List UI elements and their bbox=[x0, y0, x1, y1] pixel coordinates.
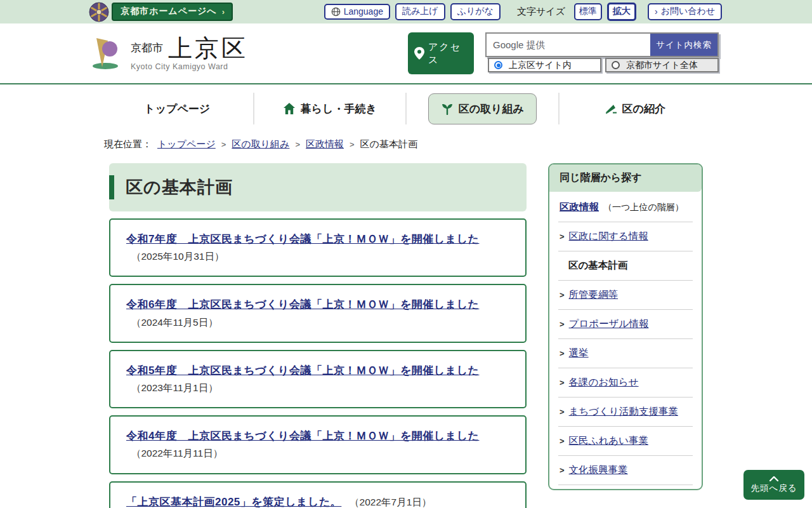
sidebar-item-link[interactable]: 所管要綱等 bbox=[569, 288, 619, 302]
search-scope-city-option[interactable]: 京都市サイト全体 bbox=[605, 58, 719, 72]
article-link[interactable]: 令和5年度 上京区民まちづくり会議「上京！ＭＯＷ」を開催しました bbox=[126, 364, 479, 377]
furigana-button-label: ふりがな bbox=[457, 6, 494, 17]
search-scope-ward-option[interactable]: 上京区サイト内 bbox=[488, 58, 601, 72]
article-date: （2024年11月5日） bbox=[131, 317, 218, 328]
sidebar-item: > 選挙 bbox=[558, 339, 693, 368]
kyoto-city-emblem-icon bbox=[89, 2, 109, 22]
radio-unselected-icon bbox=[612, 61, 620, 69]
article-link[interactable]: 令和7年度 上京区民まちづくり会議「上京！ＭＯＷ」を開催しました bbox=[126, 233, 479, 245]
nav-item-ward-introduction[interactable]: 区の紹介 bbox=[558, 93, 711, 124]
sidebar-title: 同じ階層から探す bbox=[549, 164, 702, 192]
breadcrumb-link-ward-info[interactable]: 区政情報 bbox=[306, 138, 344, 150]
nav-item-ward-initiatives-label: 区の取り組み bbox=[459, 102, 524, 116]
breadcrumb-link-initiatives[interactable]: 区の取り組み bbox=[232, 138, 289, 150]
chevron-up-icon bbox=[769, 476, 778, 481]
nav-item-top-page[interactable]: トップページ bbox=[102, 93, 253, 124]
search-scope-ward-label: 上京区サイト内 bbox=[509, 60, 572, 71]
article-card: 令和7年度 上京区民まちづくり会議「上京！ＭＯＷ」を開催しました （2025年1… bbox=[109, 218, 527, 277]
chevron-right-icon: > bbox=[560, 436, 565, 446]
article-card: 令和4年度 上京区民まちづくり会議「上京！ＭＯＷ」を開催しました （2022年1… bbox=[109, 415, 527, 474]
access-button[interactable]: アクセス bbox=[408, 32, 474, 74]
nav-item-ward-initiatives[interactable]: 区の取り組み bbox=[405, 93, 558, 124]
sidebar-parent-note: （一つ上位の階層） bbox=[603, 202, 684, 213]
read-aloud-button[interactable]: 読み上げ bbox=[395, 3, 445, 20]
ward-name: 上京区 bbox=[168, 36, 248, 60]
language-button-label: Language bbox=[344, 6, 383, 17]
breadcrumb-separator: > bbox=[295, 140, 300, 149]
top-utility-bar: 京都市ホームページへ › Language 読み上げ ふりがな 文字サイズ 標準… bbox=[0, 0, 812, 23]
read-aloud-button-label: 読み上げ bbox=[402, 6, 438, 17]
city-name: 京都市 bbox=[131, 41, 163, 60]
article-date: （2022年7月1日） bbox=[350, 497, 431, 507]
city-home-link[interactable]: 京都市ホームページへ › bbox=[112, 3, 233, 21]
search-scope-city-label: 京都市サイト全体 bbox=[626, 60, 698, 71]
font-size-standard-label: 標準 bbox=[579, 6, 597, 17]
article-date: （2023年11月1日） bbox=[131, 382, 218, 393]
sidebar-item-link[interactable]: プロポーザル情報 bbox=[569, 318, 649, 331]
contact-button-label: お問い合わせ bbox=[661, 6, 715, 17]
sidebar-item: > プロポーザル情報 bbox=[558, 310, 693, 339]
sidebar-item-link[interactable]: 区政に関する情報 bbox=[569, 230, 648, 243]
page-title-block: 区の基本計画 bbox=[109, 163, 527, 211]
article-link[interactable]: 令和6年度 上京区民まちづくり会議「上京！ＭＯＷ」を開催しました bbox=[126, 298, 479, 311]
sidebar-same-level: 同じ階層から探す 区政情報 （一つ上位の階層） > 区政に関する情報 区の基本計… bbox=[548, 163, 703, 490]
article-card: 「上京区基本計画2025」を策定しました。 （2022年7月1日） bbox=[109, 481, 527, 508]
chevron-right-icon: › bbox=[655, 6, 658, 17]
ward-name-english: Kyoto City Kamigyo Ward bbox=[131, 62, 248, 71]
sidebar-item-link[interactable]: まちづくり活動支援事業 bbox=[569, 405, 678, 418]
search-submit-button[interactable]: サイト内検索 bbox=[650, 34, 717, 56]
sidebar-item-link[interactable]: 区民ふれあい事業 bbox=[569, 434, 648, 448]
search-input[interactable] bbox=[487, 34, 650, 56]
chevron-right-icon: > bbox=[560, 290, 565, 300]
sidebar-item-link[interactable]: 各課のお知らせ bbox=[569, 376, 639, 389]
article-link[interactable]: 令和4年度 上京区民まちづくり会議「上京！ＭＯＷ」を開催しました bbox=[126, 430, 479, 442]
breadcrumb: 現在位置： トップページ > 区の取り組み > 区政情報 > 区の基本計画 bbox=[104, 138, 812, 150]
nav-active-pill: 区の取り組み bbox=[428, 93, 537, 124]
article-date: （2022年11月11日） bbox=[131, 448, 223, 458]
pen-icon bbox=[605, 102, 617, 115]
breadcrumb-separator: > bbox=[221, 140, 226, 149]
back-to-top-label: 先頭へ戻る bbox=[750, 483, 797, 494]
language-button[interactable]: Language bbox=[324, 4, 390, 20]
sidebar-item-link[interactable]: 選挙 bbox=[569, 347, 589, 360]
site-header: 京都市 上京区 Kyoto City Kamigyo Ward アクセス サイト… bbox=[0, 23, 812, 84]
chevron-right-icon: > bbox=[560, 378, 565, 387]
site-logo[interactable]: 京都市 上京区 Kyoto City Kamigyo Ward bbox=[89, 36, 248, 71]
sidebar-item: > 区民ふれあい事業 bbox=[558, 427, 693, 456]
nav-item-living-procedures[interactable]: 暮らし・手続き bbox=[253, 93, 406, 124]
breadcrumb-link-top[interactable]: トップページ bbox=[157, 138, 216, 150]
radio-selected-icon bbox=[494, 61, 502, 69]
breadcrumb-label: 現在位置： bbox=[104, 138, 152, 150]
sidebar-item-link[interactable]: 文化振興事業 bbox=[569, 464, 628, 477]
font-size-large-button[interactable]: 拡大 bbox=[607, 3, 636, 21]
sidebar-item: > 区政に関する情報 bbox=[558, 222, 693, 251]
article-card: 令和5年度 上京区民まちづくり会議「上京！ＭＯＷ」を開催しました （2023年1… bbox=[109, 350, 527, 408]
globe-icon bbox=[331, 7, 341, 17]
nav-item-ward-introduction-label: 区の紹介 bbox=[622, 102, 665, 116]
nav-item-top-page-label: トップページ bbox=[144, 102, 210, 116]
chevron-right-icon: > bbox=[560, 349, 565, 358]
sidebar-item: > まちづくり活動支援事業 bbox=[558, 398, 693, 427]
font-size-standard-button[interactable]: 標準 bbox=[574, 3, 602, 20]
breadcrumb-separator: > bbox=[350, 140, 355, 149]
article-date: （2025年10月31日） bbox=[131, 251, 224, 262]
city-home-link-label: 京都市ホームページへ bbox=[121, 6, 217, 17]
back-to-top-button[interactable]: 先頭へ戻る bbox=[743, 470, 804, 500]
chevron-right-icon: > bbox=[560, 465, 565, 475]
sidebar-item: > 文化振興事業 bbox=[558, 456, 693, 485]
site-search: サイト内検索 上京区サイト内 京都市サイト全体 bbox=[485, 32, 719, 72]
nav-item-living-procedures-label: 暮らし・手続き bbox=[301, 102, 377, 116]
sidebar-current-label: 区の基本計画 bbox=[560, 259, 627, 272]
chevron-right-icon: > bbox=[560, 407, 565, 417]
chevron-right-icon: > bbox=[560, 319, 565, 329]
furigana-button[interactable]: ふりがな bbox=[450, 3, 501, 20]
sidebar-parent-link[interactable]: 区政情報 bbox=[560, 201, 599, 214]
contact-button[interactable]: › お問い合わせ bbox=[648, 3, 722, 20]
sprout-icon bbox=[441, 102, 454, 115]
chevron-right-icon: > bbox=[560, 232, 565, 241]
sidebar-item-current: 区の基本計画 bbox=[558, 251, 693, 281]
chevron-right-icon: › bbox=[222, 7, 225, 17]
font-size-large-label: 拡大 bbox=[613, 6, 631, 17]
access-button-label: アクセス bbox=[428, 41, 466, 67]
article-link[interactable]: 「上京区基本計画2025」を策定しました。 bbox=[126, 496, 341, 508]
